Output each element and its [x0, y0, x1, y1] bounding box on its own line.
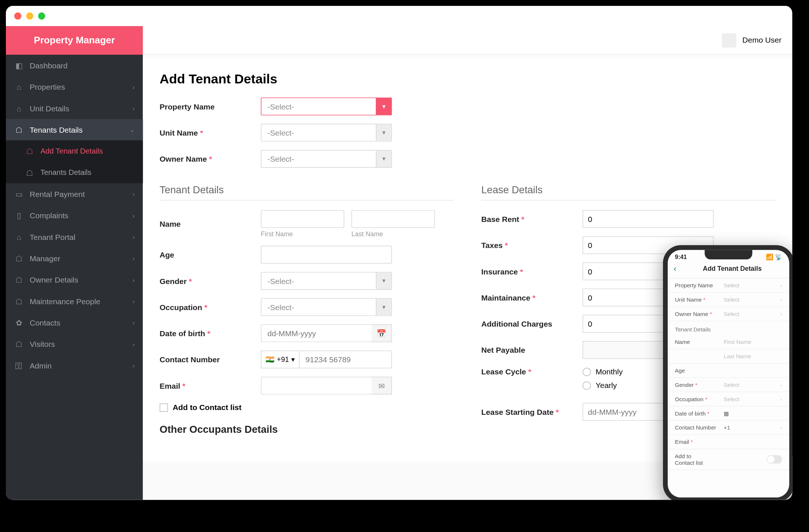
- sidebar-item-label: Rental Payment: [30, 190, 85, 198]
- checkbox-label: Add to Contact list: [173, 403, 242, 412]
- cycle-monthly-radio[interactable]: Monthly: [582, 367, 623, 376]
- sidebar-item-label: Owner Details: [30, 275, 78, 284]
- tenant-section-heading: Tenant Details: [160, 184, 454, 201]
- chevron-right-icon: ›: [133, 276, 135, 283]
- sidebar-item-label: Complaints: [30, 211, 68, 220]
- cycle-yearly-radio[interactable]: Yearly: [582, 381, 623, 390]
- brand: Property Manager: [6, 26, 143, 55]
- chevron-right-icon: ›: [133, 341, 135, 347]
- maintainance-label: Maintainance: [481, 293, 582, 302]
- m-occupation-row[interactable]: OccupationSelect›: [668, 392, 789, 406]
- sidebar-item-properties[interactable]: ⌂Properties›: [6, 76, 143, 97]
- sidebar-item-label: Visitors: [30, 339, 55, 348]
- checkbox-icon: [160, 403, 168, 411]
- toggle-icon[interactable]: [767, 455, 782, 464]
- radio-label: Monthly: [596, 367, 623, 376]
- nav: ◧Dashboard ⌂Properties› ⌂Unit Details› ☖…: [6, 55, 143, 500]
- avatar[interactable]: [722, 33, 737, 47]
- add-to-contact-checkbox[interactable]: Add to Contact list: [160, 403, 242, 412]
- user-name[interactable]: Demo User: [742, 36, 782, 44]
- sidebar-item-tenants-details[interactable]: ☖Tenants Details⌄: [6, 119, 143, 140]
- wrench-icon: ☖: [14, 296, 24, 306]
- last-name-input[interactable]: [352, 210, 435, 228]
- sidebar-item-dashboard[interactable]: ◧Dashboard: [6, 55, 143, 76]
- sidebar-item-maintenance[interactable]: ☖Maintenance People›: [6, 290, 143, 312]
- sidebar-item-tenant-portal[interactable]: ⌂Tenant Portal›: [6, 226, 143, 247]
- chevron-down-icon: ▼: [376, 273, 391, 289]
- sidebar-item-label: Admin: [30, 361, 52, 370]
- select-value: -Select-: [267, 276, 294, 285]
- m-unit-row[interactable]: Unit NameSelect›: [668, 293, 789, 307]
- book-icon: ▯: [14, 211, 24, 220]
- m-email-row[interactable]: Email: [668, 435, 789, 449]
- m-gender-row[interactable]: GenderSelect›: [668, 378, 789, 392]
- users-icon: ☖: [25, 168, 35, 177]
- m-contact-row[interactable]: Contact Number+1›: [668, 421, 789, 435]
- sidebar-item-label: Dashboard: [30, 61, 68, 70]
- property-name-select[interactable]: -Select-▼: [261, 97, 392, 115]
- m-label: Gender: [675, 381, 724, 388]
- base-rent-label: Base Rent: [481, 215, 582, 223]
- m-dob-row[interactable]: Date of birth▦: [668, 406, 789, 421]
- m-value: Select: [724, 396, 780, 402]
- min-dot[interactable]: [26, 12, 33, 19]
- sidebar-item-owner-details[interactable]: ☖Owner Details›: [6, 269, 143, 290]
- age-label: Age: [160, 250, 261, 259]
- m-lastname-row[interactable]: Last Name: [668, 349, 789, 364]
- sidebar-sub-tenants-details[interactable]: ☖Tenants Details: [6, 162, 143, 183]
- m-add-contact-row[interactable]: Add to Contact list: [668, 449, 789, 470]
- dob-label: Date of birth: [160, 329, 261, 338]
- sidebar-item-label: Tenants Details: [30, 125, 83, 134]
- sidebar-sub-add-tenant[interactable]: ☖Add Tenant Details: [6, 140, 143, 162]
- m-value: Select: [724, 282, 780, 289]
- gender-select[interactable]: -Select-▼: [261, 272, 392, 290]
- back-icon[interactable]: ‹: [674, 263, 677, 273]
- max-dot[interactable]: [38, 12, 45, 19]
- contact-label: Contact Number: [160, 355, 261, 364]
- calendar-icon[interactable]: 📅: [372, 324, 392, 342]
- m-age-row[interactable]: Age: [668, 364, 789, 378]
- country-code-select[interactable]: 🇮🇳 +91 ▾: [261, 351, 299, 369]
- first-name-input[interactable]: [261, 210, 344, 228]
- m-value: Last Name: [724, 353, 782, 359]
- occupation-label: Occupation: [160, 303, 261, 312]
- sidebar-item-label: Manager: [30, 254, 60, 263]
- sidebar-item-complaints[interactable]: ▯Complaints›: [6, 205, 143, 226]
- unit-name-select[interactable]: -Select-▼: [261, 124, 392, 142]
- taxes-label: Taxes: [481, 241, 582, 249]
- close-dot[interactable]: [14, 12, 21, 19]
- chevron-right-icon: ›: [780, 382, 782, 388]
- titlebar: [6, 6, 792, 26]
- age-input[interactable]: [261, 246, 392, 264]
- other-occupants-heading: Other Occupants Details: [160, 424, 454, 439]
- m-name-row[interactable]: NameFirst Name: [668, 335, 789, 349]
- sidebar-item-admin[interactable]: ⚿Admin›: [6, 355, 143, 376]
- m-property-row[interactable]: Property NameSelect›: [668, 278, 789, 293]
- m-value: Select: [724, 381, 780, 388]
- lease-cycle-label: Lease Cycle: [481, 367, 582, 376]
- chevron-right-icon: ›: [133, 319, 135, 326]
- sidebar-item-unit-details[interactable]: ⌂Unit Details›: [6, 97, 143, 119]
- email-input[interactable]: [261, 377, 371, 395]
- lease-start-label: Lease Starting Date: [481, 407, 582, 416]
- sidebar-item-manager[interactable]: ☖Manager›: [6, 248, 143, 269]
- dob-input[interactable]: [261, 324, 371, 342]
- contact-input[interactable]: [299, 351, 392, 369]
- calendar-icon: ▦: [724, 410, 782, 417]
- chevron-down-icon: ▼: [376, 299, 391, 315]
- gear-icon: ✿: [14, 318, 24, 327]
- owner-name-select[interactable]: -Select-▼: [261, 150, 392, 168]
- occupation-select[interactable]: -Select-▼: [261, 298, 392, 316]
- chevron-right-icon: ›: [133, 191, 135, 197]
- sidebar-item-rental-payment[interactable]: ▭Rental Payment›: [6, 183, 143, 205]
- envelope-icon: ✉: [372, 377, 392, 395]
- m-label: Age: [675, 367, 724, 374]
- chevron-right-icon: ›: [133, 298, 135, 305]
- chevron-down-icon: ⌄: [130, 126, 135, 133]
- base-rent-input[interactable]: [582, 210, 713, 228]
- sidebar-item-visitors[interactable]: ☖Visitors›: [6, 333, 143, 355]
- sidebar-item-contacts[interactable]: ✿Contacts›: [6, 312, 143, 333]
- m-owner-row[interactable]: Owner NameSelect›: [668, 307, 789, 321]
- m-tenant-section: Tenant Details: [668, 321, 789, 335]
- sidebar: Property Manager ◧Dashboard ⌂Properties›…: [6, 26, 143, 500]
